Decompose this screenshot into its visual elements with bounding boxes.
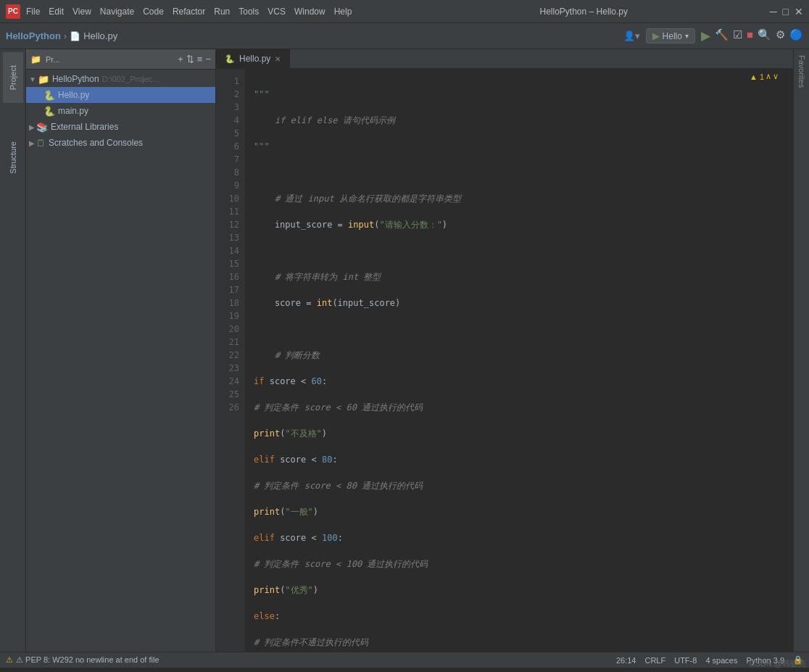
line-numbers: 1234 5678 9101112 13141516 17181920 2122…: [216, 69, 245, 652]
main-toolbar: HelloPython › 📄 Hello.py 👤▾ ▶ Hello ▾ ▶ …: [0, 23, 809, 49]
sidebar-item-favorites[interactable]: Favorites: [797, 49, 806, 94]
code-content[interactable]: """ if elif else 请句代码示例 """ # 通过 input 从…: [245, 69, 793, 652]
tree-item-hello-py[interactable]: 🐍 Hello.py: [26, 87, 215, 103]
code-line-21: else:: [254, 610, 784, 623]
update-button[interactable]: 🔵: [789, 28, 803, 43]
options-icon[interactable]: ≡: [197, 54, 203, 65]
run-config-selector[interactable]: ▶ Hello ▾: [646, 28, 695, 43]
indent-setting[interactable]: 4 spaces: [705, 656, 737, 665]
tree-label: External Libraries: [51, 122, 118, 132]
tree-label: HelloPython: [52, 74, 99, 84]
tree-item-main-py[interactable]: 🐍 main.py: [26, 103, 215, 119]
python-file-icon: 🐍: [43, 106, 55, 117]
sync-icon[interactable]: ⇅: [186, 54, 194, 65]
tree-label: Hello.py: [58, 90, 89, 100]
status-bar: ⚠ ⚠ PEP 8: W292 no newline at end of fil…: [0, 652, 809, 668]
chevron-down-icon[interactable]: ∨: [773, 72, 779, 81]
project-panel: 📁 Pr... + ⇅ ≡ − ▼ 📁 HelloPython D:\002_P…: [26, 49, 216, 652]
tree-label: Scratches and Consoles: [49, 138, 143, 148]
minimize-button[interactable]: ─: [770, 6, 777, 17]
menu-run[interactable]: Run: [214, 7, 230, 17]
tab-file-icon: 🐍: [225, 54, 235, 64]
status-warning-text[interactable]: ⚠ PEP 8: W292 no newline at end of file: [16, 655, 159, 665]
code-line-11: # 判断分数: [254, 349, 784, 362]
menu-view[interactable]: View: [72, 7, 91, 17]
maximize-button[interactable]: □: [783, 6, 789, 17]
content-area: Project Structure 📁 Pr... + ⇅ ≡ − ▼ 📁 He…: [0, 49, 809, 652]
favorites-label: Favorites: [797, 55, 806, 88]
tree-item-scratches[interactable]: ▶ 🗒 Scratches and Consoles: [26, 135, 215, 151]
code-line-15: elif score < 80:: [254, 453, 784, 466]
run-config-icon: ▶: [652, 30, 660, 41]
window-title: HelloPython – Hello.py: [398, 7, 770, 17]
user-icon[interactable]: 👤▾: [623, 30, 640, 41]
menu-bar: File Edit View Navigate Code Refactor Ru…: [26, 7, 398, 17]
menu-tools[interactable]: Tools: [238, 7, 259, 17]
breadcrumb: HelloPython › 📄 Hello.py: [6, 30, 117, 41]
watermark: CSDN @韩骏亮: [750, 658, 806, 669]
editor-tabs: 🐍 Hello.py ✕: [216, 49, 793, 69]
line-endings[interactable]: CRLF: [644, 656, 665, 665]
menu-file[interactable]: File: [26, 7, 40, 17]
tree-label: main.py: [58, 106, 88, 116]
search-button[interactable]: 🔍: [758, 28, 771, 43]
code-line-20: print("优秀"): [254, 584, 784, 597]
menu-code[interactable]: Code: [143, 7, 164, 17]
chevron-up-icon[interactable]: ∧: [766, 72, 771, 81]
code-line-18: elif score < 100:: [254, 531, 784, 544]
code-line-6: input_score = input("请输入分数："): [254, 218, 784, 231]
editor-tab-hello-py[interactable]: 🐍 Hello.py ✕: [216, 49, 290, 68]
editor-container: 1234 5678 9101112 13141516 17181920 2122…: [216, 69, 793, 652]
title-bar: PC File Edit View Navigate Code Refactor…: [0, 0, 809, 23]
expand-icon: ▶: [29, 123, 35, 131]
structure-tab-label: Structure: [9, 141, 17, 174]
code-editor[interactable]: 1234 5678 9101112 13141516 17181920 2122…: [216, 69, 793, 652]
menu-vcs[interactable]: VCS: [267, 7, 286, 17]
code-line-16: # 判定条件 score < 80 通过执行的代码: [254, 479, 784, 492]
encoding[interactable]: UTF-8: [674, 656, 697, 665]
project-panel-header: 📁 Pr... + ⇅ ≡ −: [26, 49, 215, 70]
close-button[interactable]: ✕: [795, 6, 803, 17]
project-tab-label: Project: [9, 65, 17, 90]
code-line-5: # 通过 input 从命名行获取的都是字符串类型: [254, 192, 784, 205]
warning-badge: ▲ 1 ∧ ∨: [750, 72, 779, 81]
window-controls: ─ □ ✕: [770, 6, 803, 17]
tree-item-external-libs[interactable]: ▶ 📚 External Libraries: [26, 119, 215, 135]
build-button[interactable]: 🔨: [715, 28, 729, 43]
breadcrumb-file[interactable]: Hello.py: [83, 30, 117, 41]
menu-help[interactable]: Help: [334, 7, 352, 17]
collapse-icon[interactable]: −: [205, 54, 211, 65]
run-config-label: Hello: [663, 31, 682, 41]
cursor-position[interactable]: 26:14: [616, 656, 636, 665]
tree-item-hellpython-root[interactable]: ▼ 📁 HelloPython D:\002_Projec...: [26, 71, 215, 87]
coverage-button[interactable]: ☑: [733, 28, 742, 43]
tab-label: Hello.py: [239, 54, 270, 64]
side-panel: Project Structure: [0, 49, 26, 652]
add-icon[interactable]: +: [178, 54, 183, 65]
sidebar-item-structure[interactable]: Structure: [3, 132, 23, 183]
menu-window[interactable]: Window: [294, 7, 325, 17]
menu-refactor[interactable]: Refactor: [173, 7, 205, 17]
status-left: ⚠ ⚠ PEP 8: W292 no newline at end of fil…: [6, 655, 159, 665]
libs-icon: 📚: [36, 122, 48, 133]
file-icon: 📄: [70, 31, 80, 41]
breadcrumb-project[interactable]: HelloPython: [6, 30, 61, 41]
toolbar-right: 👤▾ ▶ Hello ▾ ▶ 🔨 ☑ ■ 🔍 ⚙ 🔵: [623, 28, 803, 43]
project-tree: ▼ 📁 HelloPython D:\002_Projec... 🐍 Hello…: [26, 70, 215, 652]
menu-edit[interactable]: Edit: [49, 7, 64, 17]
code-line-4: [254, 166, 784, 179]
sidebar-item-project[interactable]: Project: [3, 52, 23, 103]
menu-navigate[interactable]: Navigate: [100, 7, 134, 17]
code-line-17: print("一般"): [254, 505, 784, 518]
code-line-1: """: [254, 88, 784, 101]
warning-icon: ⚠: [6, 655, 13, 665]
settings-button[interactable]: ⚙: [776, 28, 785, 43]
folder-icon: 📁: [30, 54, 41, 65]
tab-close-button[interactable]: ✕: [275, 55, 281, 63]
code-line-10: [254, 323, 784, 336]
python-file-icon: 🐍: [43, 90, 55, 101]
run-button[interactable]: ▶: [701, 28, 710, 43]
stop-button[interactable]: ■: [747, 28, 753, 43]
folder-icon: 📁: [38, 74, 49, 85]
code-line-7: [254, 244, 784, 257]
